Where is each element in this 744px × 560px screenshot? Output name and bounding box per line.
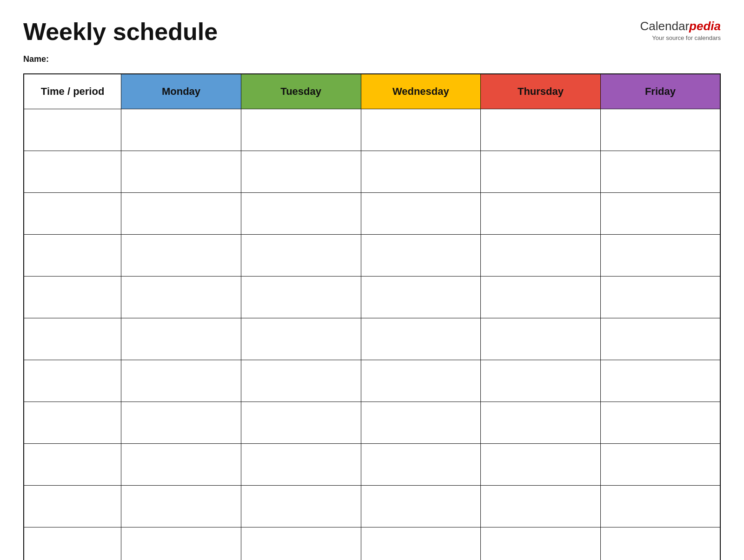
brand-pedia: pedia — [689, 19, 721, 33]
cell-row2-col2[interactable] — [241, 151, 361, 192]
cell-row10-col5[interactable] — [600, 485, 720, 527]
cell-row7-col1[interactable] — [121, 360, 241, 402]
cell-row10-col4[interactable] — [481, 485, 601, 527]
cell-row9-col0[interactable] — [24, 443, 121, 485]
table-row — [24, 109, 720, 151]
cell-row11-col3[interactable] — [361, 527, 481, 560]
cell-row8-col2[interactable] — [241, 402, 361, 443]
cell-row8-col4[interactable] — [481, 402, 601, 443]
cell-row10-col1[interactable] — [121, 485, 241, 527]
cell-row11-col1[interactable] — [121, 527, 241, 560]
cell-row7-col0[interactable] — [24, 360, 121, 402]
cell-row3-col1[interactable] — [121, 192, 241, 234]
cell-row11-col5[interactable] — [600, 527, 720, 560]
cell-row6-col1[interactable] — [121, 318, 241, 360]
cell-row11-col0[interactable] — [24, 527, 121, 560]
table-row — [24, 318, 720, 360]
cell-row3-col4[interactable] — [481, 192, 601, 234]
cell-row2-col5[interactable] — [600, 151, 720, 192]
cell-row6-col2[interactable] — [241, 318, 361, 360]
cell-row3-col2[interactable] — [241, 192, 361, 234]
table-row — [24, 402, 720, 443]
brand-calendar: Calendar — [640, 19, 690, 33]
cell-row6-col4[interactable] — [481, 318, 601, 360]
cell-row2-col0[interactable] — [24, 151, 121, 192]
cell-row1-col0[interactable] — [24, 109, 121, 151]
brand-name: Calendarpedia — [640, 19, 721, 34]
cell-row4-col1[interactable] — [121, 234, 241, 276]
cell-row3-col0[interactable] — [24, 192, 121, 234]
cell-row1-col4[interactable] — [481, 109, 601, 151]
cell-row7-col5[interactable] — [600, 360, 720, 402]
cell-row5-col4[interactable] — [481, 276, 601, 318]
cell-row8-col1[interactable] — [121, 402, 241, 443]
table-row — [24, 234, 720, 276]
cell-row11-col2[interactable] — [241, 527, 361, 560]
cell-row3-col3[interactable] — [361, 192, 481, 234]
col-header-wednesday: Wednesday — [361, 74, 481, 109]
col-header-thursday: Thursday — [481, 74, 601, 109]
cell-row5-col3[interactable] — [361, 276, 481, 318]
cell-row10-col3[interactable] — [361, 485, 481, 527]
cell-row9-col1[interactable] — [121, 443, 241, 485]
col-header-time: Time / period — [24, 74, 121, 109]
cell-row1-col3[interactable] — [361, 109, 481, 151]
table-row — [24, 527, 720, 560]
table-row — [24, 276, 720, 318]
table-row — [24, 151, 720, 192]
cell-row1-col2[interactable] — [241, 109, 361, 151]
cell-row2-col3[interactable] — [361, 151, 481, 192]
cell-row11-col4[interactable] — [481, 527, 601, 560]
name-label: Name: — [23, 54, 721, 64]
cell-row9-col4[interactable] — [481, 443, 601, 485]
cell-row8-col0[interactable] — [24, 402, 121, 443]
cell-row9-col2[interactable] — [241, 443, 361, 485]
cell-row3-col5[interactable] — [600, 192, 720, 234]
cell-row8-col5[interactable] — [600, 402, 720, 443]
brand-tagline: Your source for calendars — [640, 34, 721, 42]
cell-row9-col5[interactable] — [600, 443, 720, 485]
cell-row1-col1[interactable] — [121, 109, 241, 151]
brand-logo: Calendarpedia Your source for calendars — [640, 19, 721, 42]
cell-row6-col3[interactable] — [361, 318, 481, 360]
table-row — [24, 360, 720, 402]
page-title: Weekly schedule — [23, 19, 218, 45]
cell-row4-col0[interactable] — [24, 234, 121, 276]
cell-row4-col4[interactable] — [481, 234, 601, 276]
cell-row10-col2[interactable] — [241, 485, 361, 527]
table-row — [24, 443, 720, 485]
col-header-monday: Monday — [121, 74, 241, 109]
cell-row4-col3[interactable] — [361, 234, 481, 276]
cell-row10-col0[interactable] — [24, 485, 121, 527]
cell-row7-col3[interactable] — [361, 360, 481, 402]
cell-row7-col2[interactable] — [241, 360, 361, 402]
cell-row2-col4[interactable] — [481, 151, 601, 192]
cell-row1-col5[interactable] — [600, 109, 720, 151]
cell-row5-col1[interactable] — [121, 276, 241, 318]
table-header-row: Time / period Monday Tuesday Wednesday T… — [24, 74, 720, 109]
table-row — [24, 485, 720, 527]
page-header: Weekly schedule Calendarpedia Your sourc… — [23, 19, 721, 45]
schedule-table: Time / period Monday Tuesday Wednesday T… — [23, 73, 721, 560]
cell-row5-col0[interactable] — [24, 276, 121, 318]
cell-row4-col5[interactable] — [600, 234, 720, 276]
cell-row9-col3[interactable] — [361, 443, 481, 485]
col-header-friday: Friday — [600, 74, 720, 109]
cell-row5-col5[interactable] — [600, 276, 720, 318]
cell-row4-col2[interactable] — [241, 234, 361, 276]
cell-row6-col5[interactable] — [600, 318, 720, 360]
table-row — [24, 192, 720, 234]
cell-row7-col4[interactable] — [481, 360, 601, 402]
col-header-tuesday: Tuesday — [241, 74, 361, 109]
cell-row6-col0[interactable] — [24, 318, 121, 360]
cell-row5-col2[interactable] — [241, 276, 361, 318]
cell-row8-col3[interactable] — [361, 402, 481, 443]
cell-row2-col1[interactable] — [121, 151, 241, 192]
